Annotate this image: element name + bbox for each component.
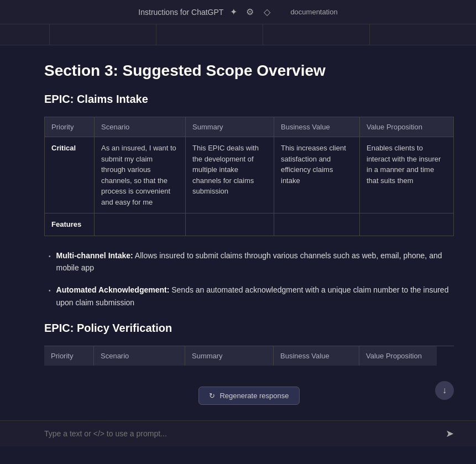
- feature-list: • Multi-channel Intake: Allows insured t…: [44, 249, 454, 309]
- col-business-value: Business Value: [274, 117, 360, 137]
- epic2-title: EPIC: Policy Verification: [44, 322, 454, 335]
- feature-text-2: Automated Acknowledgement: Sends an auto…: [56, 284, 454, 309]
- col-summary: Summary: [186, 117, 274, 137]
- stub-cell-3: [156, 24, 263, 45]
- epic1-title: EPIC: Claims Intake: [44, 93, 454, 106]
- cell-business-value: This increases client satisfaction and e…: [274, 137, 360, 213]
- topbar-right-text: documentation: [290, 8, 337, 16]
- col-priority: Priority: [45, 117, 95, 137]
- features-cell-2: [95, 213, 186, 236]
- arrow-down-icon: ↓: [442, 385, 447, 395]
- feature-bold-1: Multi-channel Intake:: [56, 251, 133, 260]
- sparkle-icon: ✦: [230, 7, 237, 17]
- main-content: Section 3: Suggested Scope Overview EPIC…: [0, 45, 476, 377]
- list-item: • Multi-channel Intake: Allows insured t…: [44, 249, 454, 274]
- feature-text-1: Multi-channel Intake: Allows insured to …: [56, 249, 454, 274]
- partial-table-headers: Priority Scenario Summary Business Value…: [44, 346, 454, 366]
- features-row: Features: [45, 213, 454, 236]
- top-bar: Instructions for ChatGPT ✦ ⚙ ◇ documenta…: [0, 0, 476, 24]
- topbar-icons: ⚙ ◇: [244, 6, 273, 18]
- partial-col-summary: Summary: [185, 346, 274, 366]
- features-label: Features: [45, 213, 95, 236]
- chat-input[interactable]: [44, 429, 440, 438]
- bullet-icon: •: [49, 252, 51, 261]
- stub-cell-4: [263, 24, 370, 45]
- claims-intake-table: Priority Scenario Summary Business Value…: [44, 117, 454, 236]
- topbar-title: Instructions for ChatGPT: [138, 8, 223, 17]
- edit-icon[interactable]: ◇: [261, 6, 273, 18]
- cell-summary: This EPIC deals with the development of …: [186, 137, 274, 213]
- partial-col-bv: Business Value: [274, 346, 359, 366]
- stub-top-row: [0, 24, 476, 45]
- send-button[interactable]: ➤: [446, 427, 454, 440]
- regenerate-button[interactable]: ↻ Regenerate response: [198, 387, 299, 405]
- stub-cell-1: [0, 24, 50, 45]
- section-title: Section 3: Suggested Scope Overview: [44, 62, 454, 80]
- input-bar: ➤: [0, 420, 476, 446]
- partial-col-scenario: Scenario: [94, 346, 185, 366]
- stub-cell-2: [50, 24, 156, 45]
- cell-value-prop: Enables clients to interact with the ins…: [360, 137, 454, 213]
- cell-priority: Critical: [45, 137, 95, 213]
- col-value-prop: Value Proposition: [360, 117, 454, 137]
- partial-col-vp: Value Proposition: [359, 346, 437, 366]
- scroll-bottom-button[interactable]: ↓: [435, 381, 454, 400]
- send-icon: ➤: [446, 428, 454, 439]
- feature-bold-2: Automated Acknowledgement:: [56, 285, 170, 294]
- gear-icon[interactable]: ⚙: [244, 6, 256, 18]
- bottom-area: ↻ Regenerate response ↓: [0, 377, 476, 420]
- cell-scenario: As an insured, I want to submit my claim…: [95, 137, 186, 213]
- regen-label: Regenerate response: [219, 392, 289, 400]
- features-cell-5: [360, 213, 454, 236]
- features-cell-4: [274, 213, 360, 236]
- regen-bar: ↻ Regenerate response: [44, 382, 454, 409]
- partial-col-priority: Priority: [44, 346, 94, 366]
- stub-cell-5: [370, 24, 476, 45]
- list-item: • Automated Acknowledgement: Sends an au…: [44, 284, 454, 309]
- features-cell-3: [186, 213, 274, 236]
- bullet-icon-2: •: [49, 286, 51, 295]
- table-row: Critical As an insured, I want to submit…: [45, 137, 454, 213]
- col-scenario: Scenario: [95, 117, 186, 137]
- refresh-icon: ↻: [209, 392, 215, 400]
